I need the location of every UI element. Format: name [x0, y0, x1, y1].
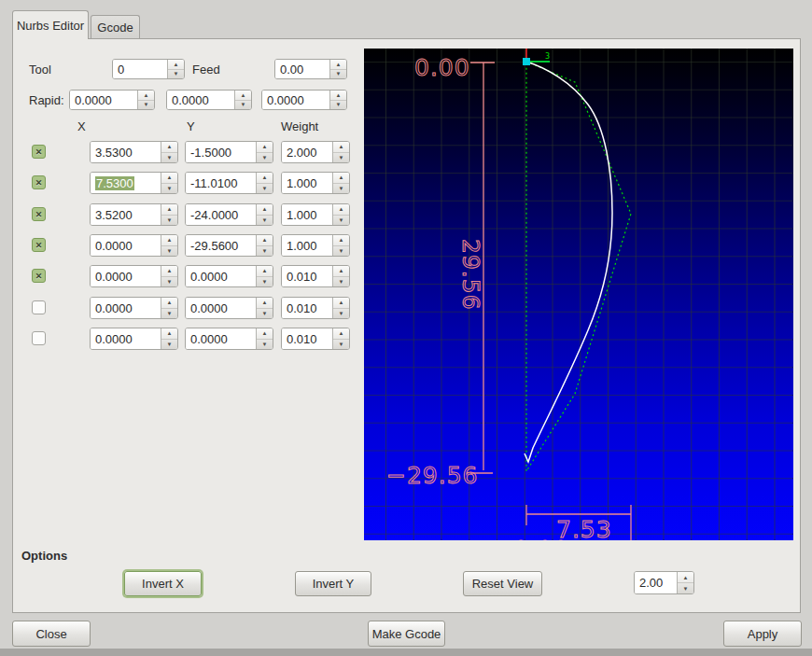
spin-up-button[interactable]: ▲	[161, 142, 177, 153]
spin-down-button[interactable]: ▼	[678, 583, 693, 593]
spin-down-button[interactable]: ▼	[161, 184, 177, 194]
spin-up-button[interactable]: ▲	[333, 328, 349, 340]
spin-up-button[interactable]: ▲	[333, 173, 349, 184]
y-spinbox[interactable]: 0.0000 ▲▼	[185, 328, 273, 350]
spin-up-button[interactable]: ▲	[257, 235, 273, 246]
point-enable-checkbox[interactable]: ✕	[32, 238, 46, 252]
spin-down-button[interactable]: ▼	[257, 184, 273, 194]
spin-down-button[interactable]: ▼	[333, 216, 349, 226]
x-spinbox[interactable]: 3.5300 ▲▼	[90, 141, 178, 163]
y-spinbox[interactable]: -1.5000 ▲▼	[185, 141, 273, 163]
spin-down-button[interactable]: ▼	[333, 184, 349, 194]
weight-spinbox[interactable]: 1.000 ▲▼	[281, 172, 350, 194]
spin-down-button[interactable]: ▼	[333, 153, 349, 163]
spin-up-button[interactable]: ▲	[333, 235, 349, 246]
spin-down-button[interactable]: ▼	[330, 70, 346, 79]
y-spinbox[interactable]: -24.0000 ▲▼	[185, 203, 273, 226]
y-spinbox[interactable]: 0.0000 ▲▼	[185, 297, 273, 319]
spin-up-button[interactable]: ▲	[138, 91, 154, 101]
invert-x-button[interactable]: Invert X	[124, 571, 202, 596]
spin-up-button[interactable]: ▲	[257, 298, 273, 309]
x-spinbox[interactable]: 3.5200 ▲▼	[90, 203, 178, 226]
apply-button[interactable]: Apply	[723, 621, 802, 647]
spin-up-button[interactable]: ▲	[257, 204, 273, 216]
y-spinbox[interactable]: -29.5600 ▲▼	[185, 234, 273, 257]
x-spinbox[interactable]: 0.0000 ▲▼	[90, 328, 178, 350]
spin-up-button[interactable]: ▲	[330, 91, 346, 101]
spin-down-button[interactable]: ▼	[257, 277, 273, 287]
weight-spinbox[interactable]: 0.010 ▲▼	[281, 328, 350, 350]
rapid-x-spinbox[interactable]: 0.0000 ▲▼	[69, 90, 155, 110]
feed-spinbox[interactable]: 0.00 ▲▼	[274, 59, 347, 79]
weight-spinbox[interactable]: 2.000 ▲▼	[281, 141, 350, 163]
spin-down-button[interactable]: ▼	[257, 340, 273, 350]
tab-nurbs-editor[interactable]: Nurbs Editor	[12, 10, 89, 39]
control-point-row: ✕ 3.5200 ▲▼ -24.0000 ▲▼ 1.000 ▲▼	[13, 203, 363, 226]
spin-up-button[interactable]: ▲	[257, 328, 273, 340]
spin-down-button[interactable]: ▼	[333, 309, 349, 319]
spin-up-button[interactable]: ▲	[257, 142, 273, 153]
spin-up-button[interactable]: ▲	[333, 298, 349, 309]
spin-up-button[interactable]: ▲	[257, 266, 273, 277]
x-spinbox[interactable]: 0.0000 ▲▼	[90, 265, 178, 287]
spin-down-button[interactable]: ▼	[168, 70, 184, 79]
spin-down-button[interactable]: ▼	[161, 277, 177, 287]
column-header-x: X	[77, 119, 86, 133]
point-enable-checkbox[interactable]: ✕	[32, 269, 46, 283]
spin-up-button[interactable]: ▲	[333, 142, 349, 153]
point-enable-checkbox[interactable]: ✕	[32, 145, 46, 159]
point-enable-checkbox[interactable]: ✕	[32, 331, 46, 345]
spin-down-button[interactable]: ▼	[257, 309, 273, 319]
spin-up-button[interactable]: ▲	[333, 266, 349, 277]
close-button[interactable]: Close	[12, 621, 91, 647]
spin-up-button[interactable]: ▲	[678, 572, 693, 583]
spin-down-button[interactable]: ▼	[138, 101, 154, 110]
spin-up-button[interactable]: ▲	[330, 60, 346, 70]
spin-down-button[interactable]: ▼	[161, 309, 177, 319]
spin-up-button[interactable]: ▲	[333, 204, 349, 216]
x-spinbox[interactable]: 7.5300 ▲▼	[90, 172, 178, 194]
invert-y-button[interactable]: Invert Y	[295, 571, 371, 596]
y-spinbox[interactable]: 0.0000 ▲▼	[185, 265, 273, 287]
point-enable-checkbox[interactable]: ✕	[32, 300, 46, 314]
tool-spinbox[interactable]: 0 ▲▼	[112, 59, 185, 79]
spin-up-button[interactable]: ▲	[257, 173, 273, 184]
point-enable-checkbox[interactable]: ✕	[32, 175, 46, 189]
weight-spinbox[interactable]: 1.000 ▲▼	[281, 203, 350, 226]
make-gcode-button[interactable]: Make Gcode	[368, 621, 445, 647]
point-enable-checkbox[interactable]: ✕	[32, 207, 46, 221]
spin-down-button[interactable]: ▼	[161, 153, 177, 163]
spin-up-button[interactable]: ▲	[235, 91, 251, 101]
x-spinbox[interactable]: 0.0000 ▲▼	[90, 297, 178, 319]
spin-down-button[interactable]: ▼	[161, 216, 177, 226]
start-point-marker[interactable]	[523, 58, 530, 65]
spin-up-button[interactable]: ▲	[168, 60, 184, 70]
spin-down-button[interactable]: ▼	[333, 340, 349, 350]
scale-spinbox[interactable]: 2.00 ▲▼	[634, 571, 694, 594]
spin-up-button[interactable]: ▲	[161, 235, 177, 246]
spin-down-button[interactable]: ▼	[333, 246, 349, 257]
spin-up-button[interactable]: ▲	[161, 298, 177, 309]
spin-down-button[interactable]: ▼	[235, 101, 251, 110]
rapid-y-spinbox[interactable]: 0.0000 ▲▼	[166, 90, 252, 110]
spin-up-button[interactable]: ▲	[161, 266, 177, 277]
x-spinbox[interactable]: 0.0000 ▲▼	[90, 234, 178, 257]
weight-spinbox[interactable]: 0.010 ▲▼	[281, 297, 350, 319]
reset-view-button[interactable]: Reset View	[463, 571, 542, 596]
spin-down-button[interactable]: ▼	[257, 246, 273, 257]
y-spinbox[interactable]: -11.0100 ▲▼	[185, 172, 273, 194]
weight-spinbox[interactable]: 1.000 ▲▼	[281, 234, 350, 257]
spin-up-button[interactable]: ▲	[161, 204, 177, 216]
spin-down-button[interactable]: ▼	[257, 153, 273, 163]
weight-spinbox[interactable]: 0.010 ▲▼	[281, 265, 350, 287]
tab-gcode[interactable]: Gcode	[91, 15, 140, 38]
spin-down-button[interactable]: ▼	[161, 340, 177, 350]
nurbs-preview-canvas[interactable]: 3 0.00 29.56 −29.56 7.53 0.00	[364, 49, 793, 540]
spin-down-button[interactable]: ▼	[330, 101, 346, 110]
spin-up-button[interactable]: ▲	[161, 173, 177, 184]
spin-down-button[interactable]: ▼	[257, 216, 273, 226]
spin-down-button[interactable]: ▼	[161, 246, 177, 257]
spin-down-button[interactable]: ▼	[333, 277, 349, 287]
spin-up-button[interactable]: ▲	[161, 328, 177, 340]
rapid-z-spinbox[interactable]: 0.0000 ▲▼	[261, 90, 347, 110]
